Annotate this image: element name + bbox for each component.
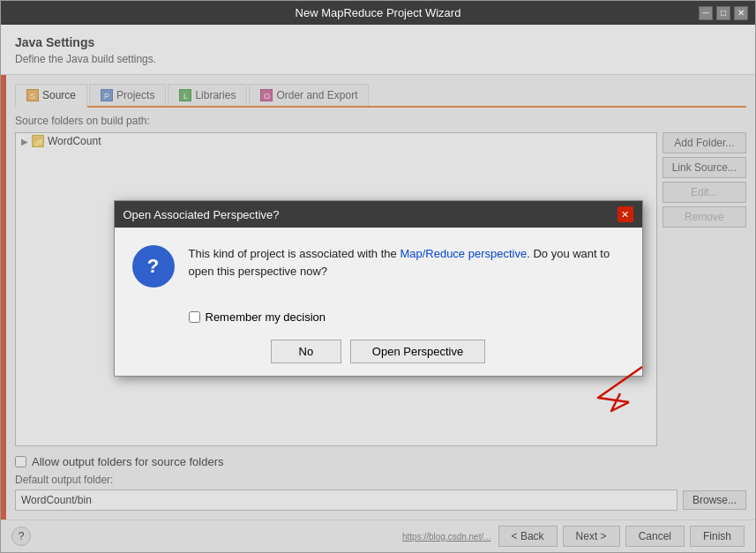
dialog-overlay: Open Associated Perspective? ✕ ? This ki… [1,25,755,552]
dialog-title: Open Associated Perspective? [124,208,280,221]
minimize-button[interactable]: ─ [699,6,713,20]
title-bar: New MapReduce Project Wizard ─ □ ✕ [1,1,755,25]
dialog-question-icon: ? [132,245,175,288]
dialog-message-highlight: Map/Reduce perspective [400,247,527,260]
title-bar-controls: ─ □ ✕ [699,6,748,20]
remember-decision-checkbox[interactable] [189,311,200,323]
remember-decision-label: Remember my decision [206,310,326,324]
dialog: Open Associated Perspective? ✕ ? This ki… [114,200,643,377]
dialog-message: This kind of project is associated with … [189,245,625,295]
dialog-body: ? This kind of project is associated wit… [115,228,642,303]
no-button[interactable]: No [271,340,341,363]
close-button[interactable]: ✕ [734,6,748,20]
dialog-checkbox-row: Remember my decision [115,303,642,331]
dialog-message-part1: This kind of project is associated with … [189,247,400,260]
window-title: New MapReduce Project Wizard [296,6,461,19]
open-perspective-button[interactable]: Open Perspective [350,340,485,363]
maximize-button[interactable]: □ [716,6,730,20]
dialog-footer: No Open Perspective [115,331,642,376]
dialog-titlebar: Open Associated Perspective? ✕ [115,201,642,228]
main-window: New MapReduce Project Wizard ─ □ ✕ Java … [0,0,756,553]
wizard-body: Java Settings Define the Java build sett… [1,25,755,552]
dialog-close-button[interactable]: ✕ [618,206,633,222]
